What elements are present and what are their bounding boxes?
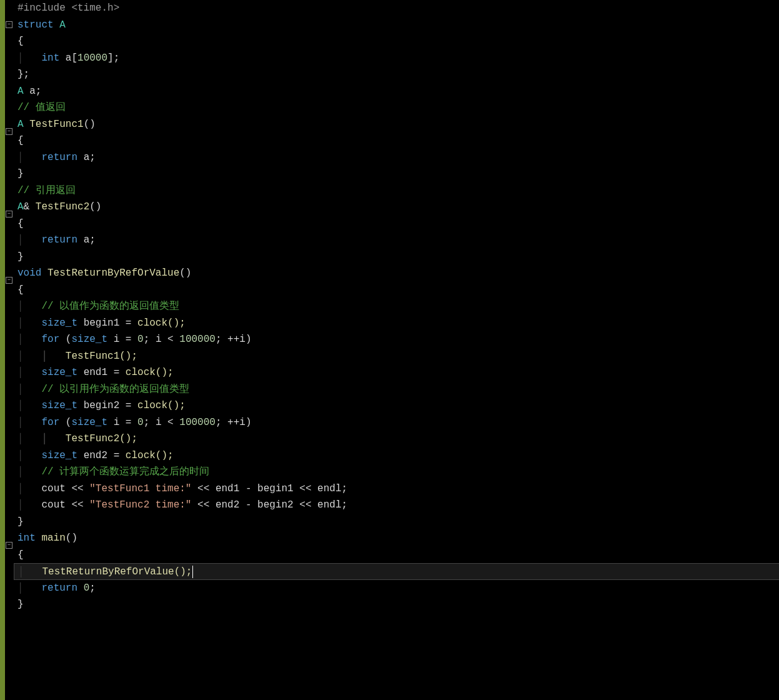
code-editor[interactable]: − − − − − #include <time.h> struct A { │… (0, 0, 779, 700)
function-name: TestFunc1 (24, 119, 84, 130)
fold-toggle-icon[interactable]: − (6, 21, 12, 28)
brace: { (17, 284, 24, 296)
code-line[interactable]: │ │ TestFunc2(); (17, 431, 779, 448)
code-line[interactable]: │ │ TestFunc1(); (17, 348, 779, 365)
parens: () (89, 201, 101, 212)
fold-toggle-icon[interactable]: − (6, 128, 12, 135)
code-line[interactable]: A a; (17, 83, 779, 100)
brace: }; (17, 69, 29, 80)
var-name: end2 (209, 499, 246, 511)
code-line[interactable]: A& TestFunc2() (17, 199, 779, 216)
stream-operator: << (71, 483, 83, 494)
number-literal: 0 (131, 334, 143, 345)
function-call: TestFunc1(); (66, 351, 137, 362)
keyword-return: return (41, 582, 77, 594)
code-line[interactable]: A TestFunc1() (17, 116, 779, 133)
bracket: [ (71, 52, 77, 64)
code-area[interactable]: #include <time.h> struct A { │ int a[100… (14, 0, 779, 700)
type-sizet: size_t (41, 400, 77, 411)
code-line[interactable]: │ for (size_t i = 0; i < 100000; ++i) (17, 331, 779, 348)
code-line[interactable]: } (17, 166, 779, 182)
brace: { (17, 36, 24, 47)
code-line[interactable]: │ // 以引用作为函数的返回值类型 (17, 381, 779, 398)
var-name: a (59, 52, 71, 64)
number-literal: 10000 (77, 52, 107, 64)
function-call: clock(); (131, 318, 185, 329)
keyword-int: int (17, 532, 36, 544)
comment: // 值返回 (17, 102, 66, 113)
code-line[interactable]: // 值返回 (17, 99, 779, 116)
var-name: end1 (209, 483, 246, 494)
text-caret-icon (192, 566, 193, 578)
code-line[interactable]: } (17, 514, 779, 531)
code-line[interactable]: // 引用返回 (17, 182, 779, 199)
comment: // 计算两个函数运算完成之后的时间 (41, 466, 209, 478)
operator-eq: = (126, 400, 132, 411)
code-line[interactable]: } (17, 596, 779, 613)
var-name: a; (77, 152, 96, 163)
code-line-current[interactable]: │ TestReturnByRefOrValue(); (14, 563, 779, 580)
keyword-int: int (41, 52, 59, 64)
number-literal: 100000 (174, 334, 216, 345)
operator-lt: < (167, 334, 174, 345)
code-line[interactable]: void TestReturnByRefOrValue() (17, 265, 779, 282)
function-name: TestFunc2 (29, 201, 89, 212)
code-line[interactable]: │ // 以值作为函数的返回值类型 (17, 298, 779, 315)
code-line[interactable]: │ return 0; (17, 580, 779, 597)
type-name: A (17, 86, 24, 97)
code-line[interactable]: │ int a[10000]; (17, 50, 779, 67)
code-line[interactable]: { (17, 33, 779, 50)
type-sizet: size_t (71, 334, 107, 345)
function-call: clock(); (131, 400, 185, 411)
keyword-for: for (41, 334, 59, 345)
comment: // 以值作为函数的返回值类型 (41, 301, 179, 312)
operator-lt: < (167, 417, 174, 428)
fold-toggle-icon[interactable]: − (6, 211, 12, 218)
type-name: A (17, 119, 24, 130)
type-name: A (17, 201, 24, 212)
fold-toggle-icon[interactable]: − (6, 277, 12, 284)
var-name: a; (24, 86, 42, 97)
var-i-close: i) (239, 334, 251, 345)
semicolon: ; (144, 417, 156, 428)
keyword-void: void (17, 268, 41, 279)
code-line[interactable]: │ return a; (17, 232, 779, 249)
code-line[interactable]: │ return a; (17, 149, 779, 166)
code-line[interactable]: { (17, 216, 779, 232)
code-line[interactable]: } (17, 249, 779, 266)
fold-toggle-icon[interactable]: − (6, 542, 12, 549)
code-line[interactable]: │ size_t end1 = clock(); (17, 364, 779, 381)
code-line[interactable]: │ size_t end2 = clock(); (17, 448, 779, 464)
operator-inc: ++ (222, 334, 240, 345)
code-line[interactable]: │ for (size_t i = 0; i < 100000; ++i) (17, 414, 779, 431)
brace: { (17, 135, 24, 146)
ref-operator: & (24, 201, 30, 212)
code-line[interactable]: { (17, 547, 779, 564)
endl: endl; (312, 499, 348, 511)
code-line[interactable]: │ cout << "TestFunc1 time:" << end1 - be… (17, 481, 779, 498)
code-line[interactable]: { (17, 282, 779, 299)
operator-eq: = (126, 318, 132, 329)
code-line[interactable]: int main() (17, 530, 779, 547)
keyword-for: for (41, 417, 59, 428)
code-line[interactable]: │ size_t begin2 = clock(); (17, 398, 779, 414)
code-line[interactable]: #include <time.h> (17, 0, 779, 17)
keyword-return: return (41, 152, 77, 163)
var-name: begin1 (252, 483, 300, 494)
code-line[interactable]: │ cout << "TestFunc2 time:" << end2 - be… (17, 497, 779, 514)
stream-operator: << (299, 499, 311, 511)
number-literal: 0 (77, 582, 89, 594)
code-line[interactable]: │ // 计算两个函数运算完成之后的时间 (17, 464, 779, 481)
indent (24, 52, 42, 64)
code-line[interactable]: }; (17, 66, 779, 83)
code-line[interactable]: │ size_t begin1 = clock(); (17, 315, 779, 332)
semicolon: ; (216, 334, 222, 345)
code-line[interactable]: struct A (17, 17, 779, 34)
bracket: ]; (107, 52, 119, 64)
change-gutter-bar (0, 0, 5, 700)
operator-eq: = (114, 367, 120, 378)
code-line[interactable]: { (17, 132, 779, 149)
endl: endl; (312, 483, 348, 494)
comment: // 以引用作为函数的返回值类型 (41, 384, 189, 395)
semicolon: ; (144, 334, 156, 345)
